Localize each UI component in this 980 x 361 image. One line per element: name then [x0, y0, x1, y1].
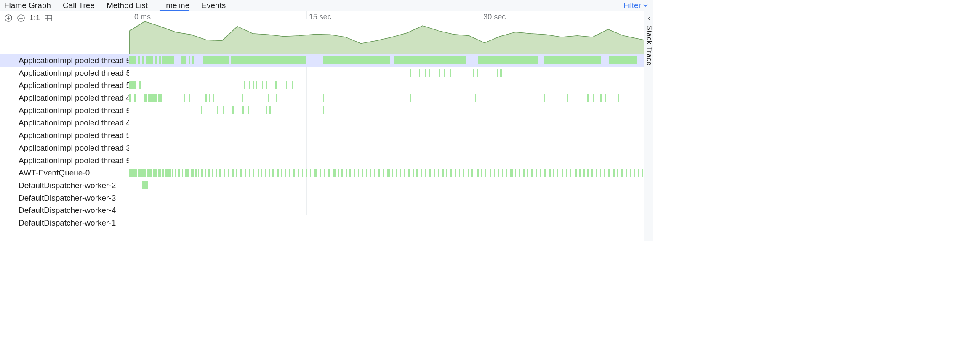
- thread-lane[interactable]: [129, 192, 644, 204]
- thread-lane[interactable]: [129, 217, 644, 229]
- thread-lanes[interactable]: [129, 54, 644, 229]
- thread-row[interactable]: DefaultDispatcher-worker-2: [0, 179, 129, 192]
- activity-segment: [175, 169, 176, 177]
- activity-segment: [566, 169, 567, 177]
- filter-dropdown[interactable]: Filter: [623, 1, 649, 10]
- activity-segment: [155, 56, 157, 64]
- thread-row[interactable]: ApplicationImpl pooled thread 4: [0, 117, 129, 129]
- activity-segment: [596, 169, 597, 177]
- tab-method-list[interactable]: Method List: [107, 0, 148, 11]
- activity-segment: [138, 56, 140, 64]
- thread-lane[interactable]: [129, 54, 644, 67]
- activity-segment: [172, 169, 174, 177]
- activity-segment: [328, 169, 330, 177]
- activity-segment: [477, 69, 478, 77]
- thread-lane[interactable]: [129, 179, 644, 192]
- thread-row[interactable]: ApplicationImpl pooled thread 5: [0, 154, 129, 167]
- activity-segment: [494, 169, 495, 177]
- timeline-toolbar: 1:1: [0, 11, 129, 24]
- activity-segment: [593, 94, 594, 102]
- activity-segment: [438, 169, 439, 177]
- thread-row[interactable]: DefaultDispatcher-worker-3: [0, 192, 129, 204]
- thread-list-panel: 1:1 ApplicationImpl pooled thread 5Appli…: [0, 11, 129, 241]
- stack-trace-toggle[interactable]: Stack Trace: [645, 26, 653, 66]
- time-ruler[interactable]: 0 ms15 sec30 sec: [129, 11, 644, 19]
- activity-segment: [323, 94, 324, 102]
- activity-segment: [192, 56, 194, 64]
- activity-segment: [338, 169, 339, 177]
- thread-lane[interactable]: [129, 79, 644, 92]
- thread-lane[interactable]: [129, 117, 644, 129]
- thread-lane[interactable]: [129, 129, 644, 142]
- activity-segment: [245, 169, 246, 177]
- activity-segment: [240, 169, 242, 177]
- thread-lane[interactable]: [129, 142, 644, 154]
- activity-segment: [213, 94, 214, 102]
- thread-row[interactable]: AWT-EventQueue-0: [0, 167, 129, 179]
- tab-timeline[interactable]: Timeline: [160, 0, 189, 11]
- activity-segment: [459, 169, 460, 177]
- zoom-in-button[interactable]: [4, 14, 13, 22]
- activity-segment: [244, 81, 245, 89]
- activity-segment: [358, 169, 359, 177]
- activity-segment: [217, 106, 218, 114]
- activity-segment: [320, 169, 321, 177]
- thread-row[interactable]: ApplicationImpl pooled thread 5: [0, 104, 129, 117]
- tab-call-tree[interactable]: Call Tree: [63, 0, 95, 11]
- thread-lane[interactable]: [129, 92, 644, 104]
- thread-lane[interactable]: [129, 204, 644, 217]
- activity-segment: [248, 106, 249, 114]
- thread-row[interactable]: ApplicationImpl pooled thread 5: [0, 79, 129, 92]
- activity-segment: [416, 169, 418, 177]
- activity-segment: [269, 169, 270, 177]
- thread-lane[interactable]: [129, 167, 644, 179]
- thread-lane[interactable]: [129, 67, 644, 80]
- thread-row[interactable]: DefaultDispatcher-worker-1: [0, 217, 129, 229]
- layout-grid-icon[interactable]: [44, 14, 53, 22]
- activity-segment: [205, 106, 205, 114]
- activity-segment: [292, 81, 293, 89]
- collapse-left-icon[interactable]: [647, 13, 652, 23]
- activity-segment: [208, 169, 210, 177]
- activity-segment: [400, 169, 401, 177]
- activity-segment: [600, 169, 601, 177]
- thread-row[interactable]: DefaultDispatcher-worker-4: [0, 204, 129, 217]
- thread-row[interactable]: ApplicationImpl pooled thread 5: [0, 129, 129, 142]
- activity-segment: [147, 169, 152, 177]
- activity-segment: [269, 106, 271, 114]
- activity-segment: [510, 169, 513, 177]
- activity-segment: [223, 106, 224, 114]
- activity-segment: [266, 106, 267, 114]
- activity-segment: [272, 81, 272, 89]
- activity-segment: [502, 169, 503, 177]
- activity-segment: [471, 169, 473, 177]
- activity-segment: [165, 169, 171, 177]
- activity-segment: [285, 169, 286, 177]
- activity-segment: [527, 169, 528, 177]
- activity-segment: [515, 169, 516, 177]
- activity-summary-chart[interactable]: [129, 19, 644, 54]
- filter-label: Filter: [623, 1, 641, 10]
- zoom-ratio-label[interactable]: 1:1: [29, 14, 40, 22]
- activity-segment: [642, 169, 643, 177]
- activity-segment: [185, 169, 189, 177]
- thread-lane[interactable]: [129, 104, 644, 117]
- activity-segment: [600, 94, 602, 102]
- tab-events[interactable]: Events: [201, 0, 226, 11]
- activity-segment: [262, 81, 263, 89]
- thread-row[interactable]: ApplicationImpl pooled thread 5: [0, 54, 129, 67]
- activity-segment: [425, 69, 426, 77]
- activity-segment: [617, 169, 618, 177]
- activity-segment: [408, 169, 410, 177]
- zoom-out-button[interactable]: [17, 14, 25, 22]
- thread-lane[interactable]: [129, 154, 644, 167]
- activity-segment: [383, 69, 383, 77]
- tab-flame-graph[interactable]: Flame Graph: [4, 0, 51, 11]
- activity-segment: [562, 169, 563, 177]
- thread-row[interactable]: ApplicationImpl pooled thread 5: [0, 67, 129, 80]
- activity-segment: [266, 81, 267, 89]
- thread-row[interactable]: ApplicationImpl pooled thread 3: [0, 142, 129, 154]
- thread-row[interactable]: ApplicationImpl pooled thread 4: [0, 92, 129, 104]
- activity-segment: [242, 106, 244, 114]
- stack-trace-strip: Stack Trace: [644, 11, 653, 241]
